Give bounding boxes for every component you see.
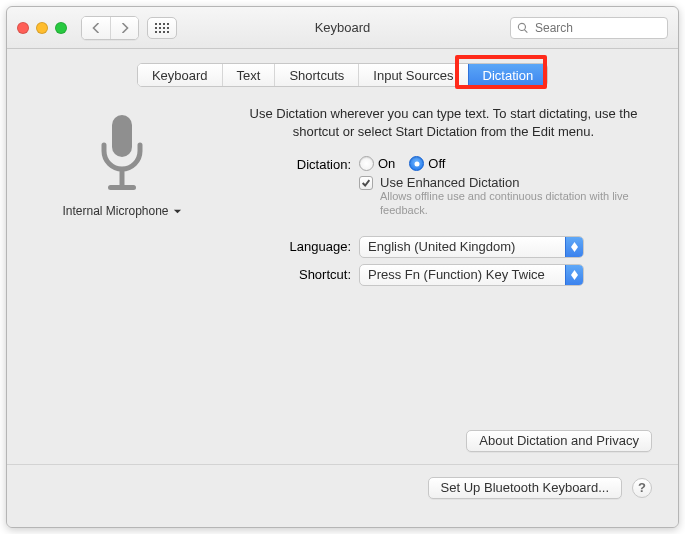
chevron-right-icon <box>120 23 129 33</box>
shortcut-value: Press Fn (Function) Key Twice <box>368 267 545 282</box>
dictation-on-radio[interactable]: On <box>359 156 395 171</box>
tab-input-sources[interactable]: Input Sources <box>358 64 467 86</box>
on-label: On <box>378 156 395 171</box>
shortcut-label: Shortcut: <box>237 264 351 282</box>
chevron-left-icon <box>92 23 101 33</box>
language-label: Language: <box>237 236 351 254</box>
description-text: Use Dictation wherever you can type text… <box>237 105 650 140</box>
show-all-button[interactable] <box>147 17 177 39</box>
preferences-window: Keyboard Keyboard Text Shortcuts Input S… <box>6 6 679 528</box>
tab-keyboard[interactable]: Keyboard <box>138 64 222 86</box>
content-pane: Keyboard Text Shortcuts Input Sources Di… <box>7 49 678 527</box>
minimize-button[interactable] <box>36 22 48 34</box>
enhanced-dictation-row: Use Enhanced Dictation Allows offline us… <box>359 175 640 218</box>
microphone-selector[interactable]: Internal Microphone <box>62 204 181 218</box>
chevron-down-icon <box>173 207 182 216</box>
bottom-row: Set Up Bluetooth Keyboard... ? <box>27 465 658 499</box>
titlebar: Keyboard <box>7 7 678 49</box>
settings-column: Use Dictation wherever you can type text… <box>237 105 658 292</box>
radio-icon <box>359 156 374 171</box>
language-row: Language: English (United Kingdom) <box>237 236 650 258</box>
enhanced-dictation-desc: Allows offline use and continuous dictat… <box>380 190 640 218</box>
microphone-section: Internal Microphone <box>27 105 217 292</box>
search-input[interactable] <box>535 21 645 35</box>
about-dictation-button[interactable]: About Dictation and Privacy <box>466 430 652 452</box>
radio-icon <box>409 156 424 171</box>
svg-rect-1 <box>120 169 125 185</box>
about-row: About Dictation and Privacy <box>27 430 658 452</box>
shortcut-row: Shortcut: Press Fn (Function) Key Twice <box>237 264 650 286</box>
language-select[interactable]: English (United Kingdom) <box>359 236 584 258</box>
forward-button[interactable] <box>110 17 138 39</box>
tab-dictation[interactable]: Dictation <box>468 64 548 86</box>
svg-rect-2 <box>108 185 136 190</box>
tab-text[interactable]: Text <box>222 64 275 86</box>
dictation-toggle-row: Dictation: On Off <box>237 154 650 218</box>
shortcut-select[interactable]: Press Fn (Function) Key Twice <box>359 264 584 286</box>
tab-shortcuts[interactable]: Shortcuts <box>274 64 358 86</box>
back-button[interactable] <box>82 17 110 39</box>
grid-icon <box>155 23 169 33</box>
dictation-off-radio[interactable]: Off <box>409 156 445 171</box>
svg-rect-0 <box>112 115 132 157</box>
search-icon <box>517 22 529 34</box>
enhanced-dictation-label: Use Enhanced Dictation <box>380 175 640 190</box>
check-icon <box>361 178 371 188</box>
help-button[interactable]: ? <box>632 478 652 498</box>
dictation-radiogroup: On Off <box>359 154 640 171</box>
tab-row: Keyboard Text Shortcuts Input Sources Di… <box>137 63 548 87</box>
close-button[interactable] <box>17 22 29 34</box>
enhanced-dictation-checkbox[interactable] <box>359 176 373 190</box>
window-controls <box>17 22 67 34</box>
microphone-label: Internal Microphone <box>62 204 168 218</box>
select-stepper-icon <box>565 265 583 285</box>
search-field[interactable] <box>510 17 668 39</box>
microphone-icon <box>92 111 152 200</box>
zoom-button[interactable] <box>55 22 67 34</box>
off-label: Off <box>428 156 445 171</box>
tabs: Keyboard Text Shortcuts Input Sources Di… <box>27 63 658 87</box>
dictation-label: Dictation: <box>237 154 351 172</box>
nav-back-forward <box>81 16 139 40</box>
select-stepper-icon <box>565 237 583 257</box>
language-value: English (United Kingdom) <box>368 239 515 254</box>
setup-bluetooth-button[interactable]: Set Up Bluetooth Keyboard... <box>428 477 622 499</box>
dictation-pane: Internal Microphone Use Dictation wherev… <box>27 105 658 292</box>
